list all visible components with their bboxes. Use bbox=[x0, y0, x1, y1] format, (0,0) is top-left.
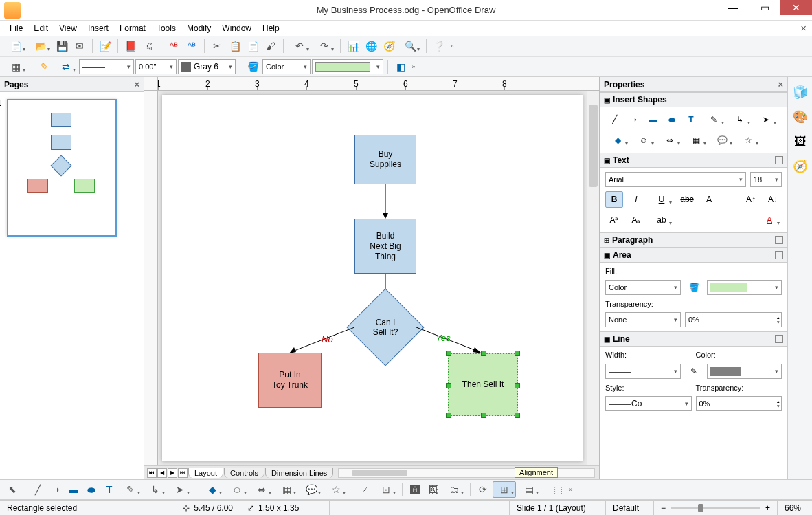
italic-button[interactable]: I bbox=[627, 191, 645, 208]
extrusion-button[interactable]: ⬚ bbox=[550, 481, 566, 498]
menu-file[interactable]: File bbox=[4, 22, 28, 34]
highlighting-button[interactable]: ab bbox=[649, 212, 674, 228]
print-button[interactable]: 🖨 bbox=[140, 38, 157, 54]
curve-tool-b[interactable]: ✎ bbox=[119, 481, 142, 498]
line-color-prop-combo[interactable] bbox=[707, 364, 782, 379]
slide-thumbnail[interactable] bbox=[7, 99, 117, 237]
new-button[interactable]: 📄 bbox=[4, 38, 27, 54]
line-color-combo[interactable]: Gray 6 bbox=[178, 59, 236, 74]
glue-button[interactable]: ⊡ bbox=[374, 481, 398, 498]
tab-prev[interactable]: ◀ bbox=[157, 468, 167, 478]
shape-decision[interactable]: Can I Sell It? bbox=[351, 300, 420, 355]
fill-type-prop-combo[interactable]: Color bbox=[605, 280, 681, 295]
format-paintbrush-button[interactable]: 🖌 bbox=[262, 38, 279, 54]
drawing-canvas[interactable]: Buy Supplies Build Next Big Thing Can I … bbox=[162, 95, 583, 461]
maximize-button[interactable]: ▭ bbox=[749, 0, 780, 15]
line-trans-spinner[interactable]: 0% bbox=[696, 396, 782, 411]
font-size-combo[interactable]: 18 bbox=[750, 172, 782, 187]
zoom-out-icon[interactable]: − bbox=[661, 503, 666, 513]
increase-font-button[interactable]: A↑ bbox=[742, 191, 760, 208]
arrange-button[interactable]: ▦ bbox=[4, 58, 27, 75]
zoom-slider[interactable] bbox=[671, 507, 760, 509]
text-tool-b[interactable]: T bbox=[101, 481, 117, 498]
fill-type-combo[interactable]: Color bbox=[262, 59, 311, 74]
select-tool[interactable]: ⬉ bbox=[4, 481, 21, 498]
edit-file-button[interactable]: 📝 bbox=[97, 38, 113, 54]
flowchart-tool[interactable]: ▦ bbox=[684, 132, 708, 149]
zoom-button[interactable]: 🔍 bbox=[398, 38, 422, 54]
superscript-button[interactable]: Aᵃ bbox=[605, 212, 623, 228]
line-tool-b[interactable]: ╱ bbox=[30, 481, 46, 498]
line-width-combo[interactable]: 0.00" bbox=[135, 59, 177, 74]
tab-next[interactable]: ▶ bbox=[168, 468, 177, 478]
bottom-toolbar-overflow[interactable]: » bbox=[567, 486, 574, 493]
ellipse-tool[interactable]: ⬬ bbox=[663, 111, 681, 128]
redo-button[interactable]: ↷ bbox=[313, 38, 336, 54]
properties-close-button[interactable]: × bbox=[778, 79, 783, 89]
deck-properties-icon[interactable]: 🧊 bbox=[792, 84, 809, 100]
flowchart-b[interactable]: ▦ bbox=[275, 481, 298, 498]
callouts-b[interactable]: 💬 bbox=[300, 481, 323, 498]
connector-tool[interactable]: ↳ bbox=[728, 111, 752, 128]
lines-arrows-tool[interactable]: ➤ bbox=[754, 111, 778, 128]
rect-tool-b[interactable]: ▬ bbox=[65, 481, 82, 498]
alignment-button[interactable]: ⊞ bbox=[493, 481, 516, 498]
stars-b[interactable]: ☆ bbox=[324, 481, 348, 498]
zoom-control[interactable]: − + bbox=[654, 501, 778, 515]
spellcheck-button[interactable]: ᴬᴮ bbox=[166, 38, 182, 54]
text-tool[interactable]: T bbox=[682, 111, 700, 128]
menu-view[interactable]: View bbox=[54, 22, 82, 34]
toolbar-overflow[interactable]: » bbox=[449, 43, 455, 50]
ruler-horizontal[interactable]: 12345678 bbox=[158, 77, 599, 91]
shape-toy-trunk[interactable]: Put In Toy Trunk bbox=[258, 353, 322, 408]
navigator-button[interactable]: 🧭 bbox=[381, 38, 397, 54]
line-width-prop-combo[interactable]: ——— bbox=[605, 364, 681, 379]
zoom-value[interactable]: 66% bbox=[778, 501, 812, 515]
tab-first[interactable]: ⏮ bbox=[147, 468, 157, 478]
minimize-button[interactable]: — bbox=[717, 0, 749, 15]
arrow-tool-b[interactable]: ➝ bbox=[47, 481, 64, 498]
close-document-button[interactable]: × bbox=[800, 22, 807, 34]
line-style-prop-combo[interactable]: ——— Co bbox=[605, 396, 692, 411]
symbol-shapes-b[interactable]: ☺ bbox=[225, 481, 249, 498]
hyperlink-button[interactable]: 🌐 bbox=[363, 38, 379, 54]
shadow-button[interactable]: ◧ bbox=[392, 58, 409, 75]
zoom-in-icon[interactable]: + bbox=[765, 503, 770, 513]
deck-navigator-icon[interactable]: 🧭 bbox=[792, 158, 809, 175]
arrange-b[interactable]: ▤ bbox=[517, 481, 541, 498]
section-line[interactable]: ▣Line bbox=[600, 331, 787, 347]
menu-window[interactable]: Window bbox=[216, 22, 257, 34]
subscript-button[interactable]: Aₐ bbox=[627, 212, 645, 228]
close-window-button[interactable]: ✕ bbox=[780, 0, 812, 15]
autospell-button[interactable]: ᴬᴮ bbox=[183, 38, 200, 54]
paste-button[interactable]: 📄 bbox=[245, 38, 261, 54]
open-button[interactable]: 📂 bbox=[29, 38, 52, 54]
cut-button[interactable]: ✂ bbox=[209, 38, 225, 54]
email-button[interactable]: ✉ bbox=[71, 38, 88, 54]
bold-button[interactable]: B bbox=[605, 191, 623, 208]
menu-tools[interactable]: Tools bbox=[151, 22, 181, 34]
from-file-button[interactable]: 🖼 bbox=[425, 481, 441, 498]
points-button[interactable]: ⟋ bbox=[357, 481, 373, 498]
line-style-button[interactable]: ✎ bbox=[36, 58, 53, 75]
tab-controls[interactable]: Controls bbox=[224, 468, 264, 478]
strike-button[interactable]: abc bbox=[678, 191, 696, 208]
basic-shapes-b[interactable]: ◆ bbox=[201, 481, 224, 498]
tab-dimension[interactable]: Dimension Lines bbox=[265, 468, 333, 478]
section-text[interactable]: ▣Text bbox=[600, 153, 787, 168]
menu-modify[interactable]: Modify bbox=[181, 22, 216, 34]
font-family-combo[interactable]: Arial bbox=[605, 172, 746, 187]
shape-buy-supplies[interactable]: Buy Supplies bbox=[354, 135, 416, 184]
chart-button[interactable]: 📊 bbox=[345, 38, 361, 54]
block-arrows-b[interactable]: ⇔ bbox=[250, 481, 273, 498]
transparency-type-combo[interactable]: None bbox=[605, 312, 681, 327]
rotate-button[interactable]: ⟳ bbox=[475, 481, 491, 498]
tab-layout[interactable]: Layout bbox=[188, 468, 223, 478]
undo-button[interactable]: ↶ bbox=[288, 38, 311, 54]
fill-color-prop-combo[interactable] bbox=[707, 280, 782, 295]
curve-tool[interactable]: ✎ bbox=[701, 111, 726, 128]
fill-color-combo[interactable] bbox=[312, 59, 383, 74]
arrow-tool[interactable]: ➝ bbox=[624, 111, 642, 128]
section-paragraph[interactable]: ⊞Paragraph bbox=[600, 232, 787, 248]
callouts-tool[interactable]: 💬 bbox=[710, 132, 734, 149]
